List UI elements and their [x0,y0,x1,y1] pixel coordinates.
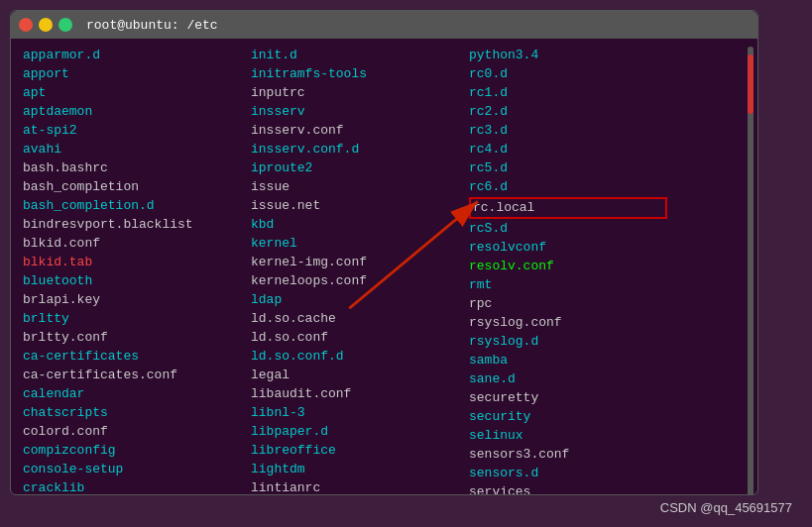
scrollbar[interactable] [748,47,754,494]
scrollbar-thumb [748,54,754,114]
list-item: compizconfig [23,442,251,460]
list-item: bash_completion [23,178,251,196]
list-item: rc.local [469,197,667,219]
list-item: ldap [251,291,469,309]
list-item: libpaper.d [251,423,469,441]
window-title: root@ubuntu: /etc [86,18,218,33]
list-item: selinux [469,427,667,445]
list-item: colord.conf [23,423,251,441]
list-item: libreoffice [251,442,469,460]
list-item: kernel [251,235,469,253]
list-item: ld.so.cache [251,310,469,328]
list-item: apport [23,65,251,83]
list-item: rcS.d [469,220,667,238]
list-item: bindresvport.blacklist [23,216,251,234]
list-item: sensors3.conf [469,446,667,464]
list-item: ld.so.conf.d [251,348,469,366]
list-item: bash.bashrc [23,159,251,177]
list-item: resolv.conf [469,258,667,275]
list-item: chatscripts [23,404,251,422]
terminal-window: root@ubuntu: /etc apparmor.dapportaptapt… [10,10,758,495]
list-item: apt [23,84,251,102]
list-item: rc1.d [469,84,667,102]
list-item: cracklib [23,479,251,494]
list-item: services [469,483,667,494]
watermark: CSDN @qq_45691577 [660,500,792,515]
list-item: iproute2 [251,159,469,177]
title-bar: root@ubuntu: /etc [11,11,757,39]
list-item: init.d [251,47,469,64]
list-item: sensors.d [469,465,667,482]
list-item: python3.4 [469,47,667,64]
list-item: rc5.d [469,159,667,177]
column-2: init.dinitramfs-toolsinputrcinsservinsse… [251,47,469,486]
column-1: apparmor.dapportaptaptdaemonat-spi2avahi… [23,47,251,486]
list-item: avahi [23,141,251,158]
list-item: rc0.d [469,65,667,83]
list-item: rmt [469,276,667,294]
list-item: insserv [251,103,469,121]
list-item: brltty [23,310,251,328]
column-3: python3.4rc0.drc1.drc2.drc3.drc4.drc5.dr… [469,47,667,486]
list-item: libnl-3 [251,404,469,422]
list-item: bluetooth [23,272,251,290]
list-item: kernel-img.conf [251,254,469,271]
list-item: console-setup [23,461,251,478]
list-item: kbd [251,216,469,234]
list-item: brlapi.key [23,291,251,309]
list-item: rsyslog.conf [469,314,667,332]
list-item: rc6.d [469,178,667,196]
list-item: inputrc [251,84,469,102]
list-item: insserv.conf [251,122,469,140]
list-item: rc4.d [469,141,667,158]
list-item: samba [469,352,667,369]
list-item: securetty [469,389,667,407]
minimize-button[interactable] [39,18,53,32]
list-item: legal [251,367,469,384]
list-item: kerneloops.conf [251,272,469,290]
list-item: calendar [23,385,251,403]
list-item: bash_completion.d [23,197,251,215]
list-item: lightdm [251,461,469,478]
list-item: resolvconf [469,239,667,257]
list-item: rsyslog.d [469,333,667,351]
list-item: issue.net [251,197,469,215]
list-item: at-spi2 [23,122,251,140]
close-button[interactable] [19,18,33,32]
list-item: insserv.conf.d [251,141,469,158]
list-item: security [469,408,667,426]
list-item: issue [251,178,469,196]
list-item: sane.d [469,370,667,388]
list-item: libaudit.conf [251,385,469,403]
list-item: ca-certificates.conf [23,367,251,384]
list-item: lintianrc [251,479,469,494]
list-item: brltty.conf [23,329,251,347]
list-item: aptdaemon [23,103,251,121]
terminal-body: apparmor.dapportaptaptdaemonat-spi2avahi… [11,39,757,494]
list-item: apparmor.d [23,47,251,64]
list-item: initramfs-tools [251,65,469,83]
list-item: blkid.conf [23,235,251,253]
list-item: rc3.d [469,122,667,140]
list-item: rc2.d [469,103,667,121]
list-item: rpc [469,295,667,313]
list-item: blkid.tab [23,254,251,271]
maximize-button[interactable] [58,18,72,32]
list-item: ca-certificates [23,348,251,366]
file-listing: apparmor.dapportaptaptdaemonat-spi2avahi… [23,47,746,486]
list-item: ld.so.conf [251,329,469,347]
